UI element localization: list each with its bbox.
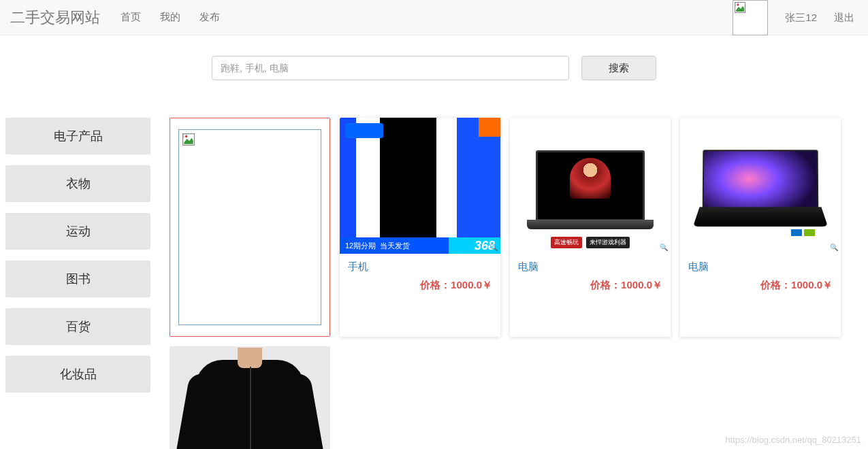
top-nav: 二手交易网站 首页 我的 发布 张三12 退出 [0,0,868,35]
product-grid: 12期分期 当天发货 368 🔍 手机 价格：1000.0￥ 高速畅玩 来悍游戏… [170,118,863,449]
product-title: 电脑 [510,254,671,279]
product-image: 高速畅玩 来悍游戏利器 🔍 [510,118,671,254]
avatar[interactable] [733,0,768,35]
product-price: 价格：1000.0￥ [510,279,671,303]
image-placeholder-border [178,129,321,325]
product-price: 价格：1000.0￥ [340,279,500,303]
product-card[interactable]: 高速畅玩 来悍游戏利器 🔍 电脑 价格：1000.0￥ [510,118,671,337]
product-card[interactable]: 🔍 电脑 价格：1000.0￥ [680,118,841,337]
main-area: 电子产品 衣物 运动 图书 百货 化妆品 [0,118,868,449]
search-row: 搜索 [0,56,868,80]
username-link[interactable]: 张三12 [785,12,817,24]
category-cosmetics[interactable]: 化妆品 [5,356,150,393]
product-image: 12期分期 当天发货 368 🔍 [340,118,500,254]
product-card[interactable]: 12期分期 当天发货 368 🔍 手机 价格：1000.0￥ [340,118,500,337]
product-image: 🔍 [680,118,841,254]
product-image [170,346,330,449]
nav-links: 首页 我的 发布 [120,11,220,24]
category-clothing[interactable]: 衣物 [5,165,150,202]
product-price: 价格：1000.0￥ [680,279,841,303]
zoom-icon: 🔍 [660,244,668,251]
broken-image-icon [182,133,195,146]
nav-right: 张三12 退出 [733,0,854,35]
product-card[interactable] [170,346,330,449]
search-button[interactable]: 搜索 [581,56,656,80]
zoom-icon: 🔍 [489,244,498,251]
nav-home[interactable]: 首页 [120,11,141,24]
zoom-icon: 🔍 [830,244,838,251]
nav-mine[interactable]: 我的 [160,11,180,24]
product-card[interactable] [170,118,330,337]
category-books[interactable]: 图书 [5,261,150,297]
product-title: 手机 [340,254,500,279]
category-sidebar: 电子产品 衣物 运动 图书 百货 化妆品 [5,118,150,403]
logout-link[interactable]: 退出 [834,12,854,24]
product-title: 电脑 [680,254,841,279]
broken-image-icon [735,2,745,13]
category-electronics[interactable]: 电子产品 [5,118,150,154]
category-general[interactable]: 百货 [5,308,150,345]
site-brand[interactable]: 二手交易网站 [10,7,100,28]
category-sports[interactable]: 运动 [5,213,150,250]
search-input[interactable] [212,56,569,80]
nav-publish[interactable]: 发布 [199,11,220,24]
product-image [170,118,329,336]
